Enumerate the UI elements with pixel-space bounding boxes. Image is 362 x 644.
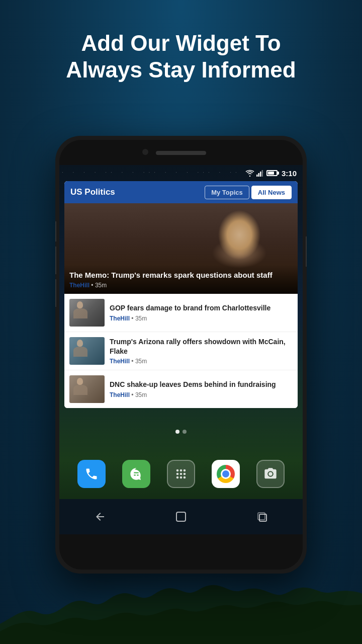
news-thumb-1 <box>69 299 105 327</box>
svg-rect-3 <box>260 172 261 177</box>
dot-1[interactable] <box>175 430 179 434</box>
news-title-1: GOP fears damage to brand from Charlotte… <box>110 303 293 312</box>
phone-speaker <box>156 151 206 155</box>
dock-camera-icon[interactable] <box>256 460 285 488</box>
svg-rect-2 <box>258 173 259 177</box>
header-line1: Add Our Widget To <box>81 31 281 55</box>
featured-separator: • <box>91 282 95 289</box>
phone-dock <box>59 449 303 499</box>
news-time-1: 35m <box>135 315 147 322</box>
header-text: Add Our Widget To Always Stay Informed <box>0 30 362 84</box>
nav-home-button[interactable] <box>171 507 191 527</box>
phone-screen: 3:10 US Politics My Topics All News <box>59 165 303 534</box>
tree-silhouette <box>0 584 362 644</box>
news-item[interactable]: DNC shake-up leaves Dems behind in fundr… <box>64 370 298 408</box>
phone-inner: 3:10 US Politics My Topics All News <box>59 140 303 570</box>
svg-point-5 <box>176 469 179 472</box>
featured-title: The Memo: Trump's remarks spark question… <box>69 270 293 280</box>
hangouts-icon <box>129 467 143 481</box>
back-arrow-icon <box>94 511 106 523</box>
status-bar: 3:10 <box>59 165 303 181</box>
news-title-2: Trump's Arizona rally offers showdown wi… <box>110 337 293 355</box>
pagination-dots <box>175 430 187 434</box>
news-item[interactable]: Trump's Arizona rally offers showdown wi… <box>64 332 298 370</box>
battery-fill <box>268 172 274 175</box>
news-content-2: Trump's Arizona rally offers showdown wi… <box>110 337 293 364</box>
home-icon <box>175 511 187 523</box>
news-time-3: 35m <box>135 391 147 398</box>
phone-nav <box>59 499 303 534</box>
featured-time: 35m <box>95 282 107 289</box>
news-thumb-3 <box>69 375 105 403</box>
dock-chrome-icon[interactable] <box>212 460 240 488</box>
volume-up-button <box>55 221 56 242</box>
featured-source: TheHill <box>69 282 89 289</box>
svg-point-6 <box>180 469 183 472</box>
status-icons: 3:10 <box>245 169 297 178</box>
phone-camera <box>142 149 148 155</box>
news-content-3: DNC shake-up leaves Dems behind in fundr… <box>110 380 293 398</box>
news-sep-1: • <box>131 315 135 322</box>
nav-recents-button[interactable] <box>252 507 272 527</box>
news-source-3: TheHill <box>110 391 130 398</box>
widget-header: US Politics My Topics All News <box>64 181 298 203</box>
volume-down-button <box>55 247 56 274</box>
dot-2[interactable] <box>183 430 187 434</box>
phone-icon <box>84 467 99 481</box>
svg-point-8 <box>176 473 179 475</box>
svg-point-9 <box>180 473 183 475</box>
svg-rect-14 <box>176 512 186 521</box>
news-meta-1: TheHill • 35m <box>110 315 293 322</box>
news-meta-2: TheHill • 35m <box>110 358 293 365</box>
widget-tabs: My Topics All News <box>205 186 292 199</box>
svg-point-10 <box>184 473 186 475</box>
news-widget[interactable]: US Politics My Topics All News The Memo:… <box>64 181 298 408</box>
power-button <box>306 236 307 267</box>
apps-icon <box>174 467 188 481</box>
signal-icon <box>256 170 263 177</box>
featured-news[interactable]: The Memo: Trump's remarks spark question… <box>64 203 298 294</box>
phone-device: 3:10 US Politics My Topics All News <box>55 136 307 574</box>
news-source-1: TheHill <box>110 315 130 322</box>
svg-point-7 <box>184 469 186 472</box>
widget-title: US Politics <box>70 187 115 197</box>
nav-back-button[interactable] <box>90 507 110 527</box>
svg-rect-4 <box>261 170 263 177</box>
news-list: GOP fears damage to brand from Charlotte… <box>64 294 298 408</box>
svg-point-13 <box>184 476 186 479</box>
recents-icon <box>256 511 268 523</box>
news-item[interactable]: GOP fears damage to brand from Charlotte… <box>64 294 298 332</box>
news-source-2: TheHill <box>110 358 130 365</box>
news-title-3: DNC shake-up leaves Dems behind in fundr… <box>110 380 293 389</box>
thumb-person-1 <box>69 299 105 327</box>
featured-meta: TheHill • 35m <box>69 282 293 289</box>
status-time: 3:10 <box>282 169 297 178</box>
header-line2: Always Stay Informed <box>66 57 296 82</box>
svg-point-12 <box>180 476 183 479</box>
thumb-person-2 <box>69 337 105 365</box>
news-sep-3: • <box>131 391 135 398</box>
dock-hangouts-icon[interactable] <box>122 460 150 488</box>
svg-rect-1 <box>256 175 258 177</box>
news-content-1: GOP fears damage to brand from Charlotte… <box>110 303 293 321</box>
camera-icon <box>263 467 278 481</box>
silent-button <box>55 279 56 307</box>
dock-apps-icon[interactable] <box>167 460 195 488</box>
news-thumb-2 <box>69 337 105 365</box>
svg-point-0 <box>249 176 250 177</box>
tab-all-news[interactable]: All News <box>251 186 292 199</box>
svg-point-11 <box>176 476 179 479</box>
tab-my-topics[interactable]: My Topics <box>205 186 249 199</box>
battery-icon <box>266 170 278 176</box>
thumb-person-3 <box>69 375 105 403</box>
dock-phone-icon[interactable] <box>77 460 106 488</box>
wifi-icon <box>245 170 254 177</box>
news-meta-3: TheHill • 35m <box>110 391 293 398</box>
news-time-2: 35m <box>135 358 147 365</box>
featured-overlay: The Memo: Trump's remarks spark question… <box>64 265 298 294</box>
news-sep-2: • <box>131 358 135 365</box>
chrome-logo <box>217 465 235 483</box>
